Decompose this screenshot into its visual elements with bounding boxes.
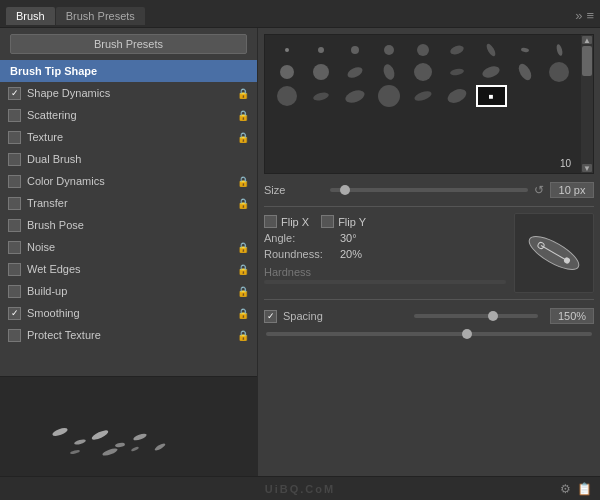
brush-option-dual-brush[interactable]: Dual Brush	[0, 148, 257, 170]
spacing-checkbox[interactable]: ✓	[264, 310, 277, 323]
build-up-checkbox[interactable]	[8, 285, 21, 298]
transfer-lock-icon: 🔒	[237, 198, 249, 209]
brush-option-brush-tip-shape[interactable]: Brush Tip Shape	[0, 60, 257, 82]
brush-stroke-preview	[0, 377, 240, 476]
roundness-row: Roundness: 20%	[264, 246, 506, 262]
props-area: Flip X Flip Y Angle: 30° Round	[264, 213, 594, 293]
settings-icon-1[interactable]: ⚙	[560, 482, 571, 496]
brush-option-build-up[interactable]: Build-up 🔒	[0, 280, 257, 302]
scrollbar-thumb[interactable]	[582, 46, 592, 76]
svg-point-1	[74, 439, 87, 446]
spacing-slider-thumb	[488, 311, 498, 321]
hardness-label: Hardness	[264, 264, 311, 280]
spacing-label: Spacing	[283, 310, 408, 322]
spacing-value[interactable]: 150%	[550, 308, 594, 324]
brush-option-wet-edges[interactable]: Wet Edges 🔒	[0, 258, 257, 280]
svg-point-5	[154, 442, 166, 451]
brush-option-texture[interactable]: Texture 🔒	[0, 126, 257, 148]
tab-brush[interactable]: Brush	[6, 7, 55, 25]
svg-point-4	[133, 432, 148, 441]
scattering-label: Scattering	[27, 109, 233, 121]
roundness-value[interactable]: 20%	[340, 248, 362, 260]
flip-y-label: Flip Y	[338, 216, 366, 228]
brush-option-color-dynamics[interactable]: Color Dynamics 🔒	[0, 170, 257, 192]
angle-value[interactable]: 30°	[340, 232, 357, 244]
divider-2	[264, 299, 594, 300]
shape-dynamics-checkbox[interactable]	[8, 87, 21, 100]
spacing-slider-thumb-full	[462, 329, 472, 339]
brush-option-label: Brush Tip Shape	[10, 65, 249, 77]
flip-row: Flip X Flip Y	[264, 213, 506, 230]
left-panel: Brush Presets Brush Tip Shape Shape Dyna…	[0, 28, 258, 476]
svg-point-0	[51, 426, 68, 437]
bottom-bar: UiBQ.CoM ⚙ 📋	[0, 476, 600, 500]
brush-options-list: Brush Tip Shape Shape Dynamics 🔒 Scatter…	[0, 60, 257, 376]
texture-label: Texture	[27, 131, 233, 143]
brush-presets-button[interactable]: Brush Presets	[10, 34, 247, 54]
size-reset-icon[interactable]: ↺	[534, 183, 544, 197]
build-up-label: Build-up	[27, 285, 233, 297]
protect-texture-checkbox[interactable]	[8, 329, 21, 342]
smoothing-lock-icon: 🔒	[237, 308, 249, 319]
texture-lock-icon: 🔒	[237, 132, 249, 143]
spacing-slider[interactable]	[414, 314, 539, 318]
size-value[interactable]: 10 px	[550, 182, 594, 198]
brush-presets-btn-row: Brush Presets	[0, 28, 257, 60]
brush-option-noise[interactable]: Noise 🔒	[0, 236, 257, 258]
brush-option-smoothing[interactable]: Smoothing 🔒	[0, 302, 257, 324]
grid-scrollbar[interactable]: ▲ ▼	[581, 35, 593, 173]
transfer-checkbox[interactable]	[8, 197, 21, 210]
texture-checkbox[interactable]	[8, 131, 21, 144]
tab-bar: Brush Brush Presets » ≡	[0, 0, 600, 28]
double-arrow-icon[interactable]: »	[575, 8, 582, 23]
flip-x-label: Flip X	[281, 216, 309, 228]
wet-edges-lock-icon: 🔒	[237, 264, 249, 275]
brush-option-brush-pose[interactable]: Brush Pose	[0, 214, 257, 236]
noise-checkbox[interactable]	[8, 241, 21, 254]
spacing-row: ✓ Spacing 150%	[264, 306, 594, 326]
menu-icon[interactable]: ≡	[586, 8, 594, 23]
flip-x-item[interactable]: Flip X	[264, 215, 309, 228]
brush-tip-grid: ■ 10 ▲ ▼	[264, 34, 594, 174]
brush-option-scattering[interactable]: Scattering 🔒	[0, 104, 257, 126]
angle-row: Angle: 30°	[264, 230, 506, 246]
color-dynamics-lock-icon: 🔒	[237, 176, 249, 187]
flip-y-item[interactable]: Flip Y	[321, 215, 366, 228]
roundness-label: Roundness:	[264, 248, 334, 260]
flip-x-checkbox[interactable]	[264, 215, 277, 228]
spacing-slider-track-full[interactable]	[266, 332, 592, 336]
size-label: Size	[264, 184, 324, 196]
wet-edges-checkbox[interactable]	[8, 263, 21, 276]
transfer-label: Transfer	[27, 197, 233, 209]
brush-option-transfer[interactable]: Transfer 🔒	[0, 192, 257, 214]
protect-texture-label: Protect Texture	[27, 329, 233, 341]
svg-point-8	[131, 446, 140, 452]
main-content: Brush Presets Brush Tip Shape Shape Dyna…	[0, 28, 600, 476]
brush-pose-label: Brush Pose	[27, 219, 249, 231]
right-panel: ■ 10 ▲ ▼ Size ↺	[258, 28, 600, 476]
smoothing-checkbox[interactable]	[8, 307, 21, 320]
brush-pose-checkbox[interactable]	[8, 219, 21, 232]
color-dynamics-label: Color Dynamics	[27, 175, 233, 187]
build-up-lock-icon: 🔒	[237, 286, 249, 297]
tab-brush-presets[interactable]: Brush Presets	[56, 7, 145, 25]
watermark: UiBQ.CoM	[265, 483, 335, 495]
color-dynamics-checkbox[interactable]	[8, 175, 21, 188]
dual-brush-label: Dual Brush	[27, 153, 249, 165]
settings-icon-2[interactable]: 📋	[577, 482, 592, 496]
svg-point-6	[70, 449, 80, 454]
smoothing-label: Smoothing	[27, 307, 233, 319]
scattering-lock-icon: 🔒	[237, 110, 249, 121]
brush-option-protect-texture[interactable]: Protect Texture 🔒	[0, 324, 257, 346]
scattering-checkbox[interactable]	[8, 109, 21, 122]
flip-y-checkbox[interactable]	[321, 215, 334, 228]
dual-brush-checkbox[interactable]	[8, 153, 21, 166]
brush-option-shape-dynamics[interactable]: Shape Dynamics 🔒	[0, 82, 257, 104]
svg-point-3	[115, 442, 126, 448]
shape-dynamics-label: Shape Dynamics	[27, 87, 233, 99]
size-slider[interactable]	[330, 188, 528, 192]
svg-point-2	[91, 428, 110, 441]
wet-edges-label: Wet Edges	[27, 263, 233, 275]
hardness-slider[interactable]	[264, 280, 506, 284]
brush-preview-area	[0, 376, 257, 476]
